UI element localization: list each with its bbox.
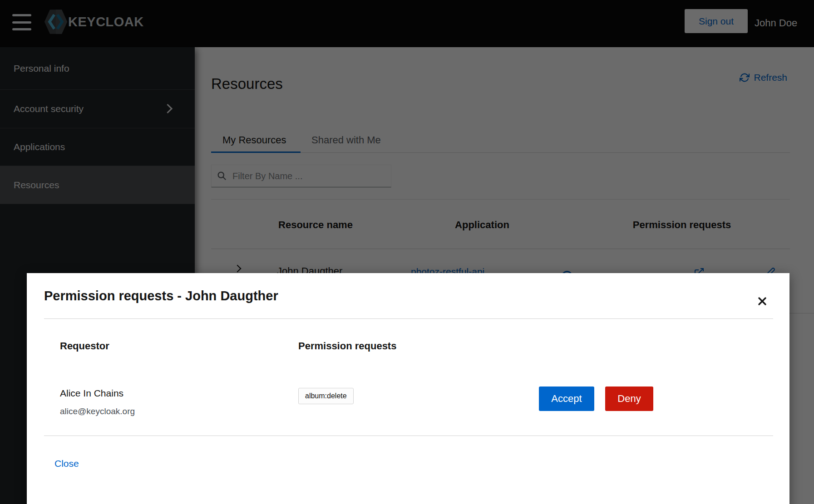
permission-requests-modal: Permission requests - John Daugther Requ… (27, 273, 789, 504)
requestor-name: Alice In Chains (60, 388, 123, 399)
accept-button[interactable]: Accept (539, 387, 594, 411)
requestor-email: alice@keycloak.org (60, 406, 135, 416)
modal-column-permission-requests: Permission requests (298, 340, 396, 352)
scope-chip: album:delete (298, 388, 354, 404)
modal-header-divider (44, 318, 773, 319)
modal-footer-divider (44, 435, 773, 436)
deny-button[interactable]: Deny (605, 387, 653, 411)
modal-title: Permission requests - John Daugther (44, 289, 278, 303)
close-x-icon (757, 296, 767, 306)
modal-close-link[interactable]: Close (54, 458, 79, 469)
keycloak-account-console: KEYCLOAK Sign out John Doe Personal info… (0, 0, 814, 504)
modal-close-button[interactable] (754, 293, 770, 309)
modal-column-requestor: Requestor (60, 340, 109, 352)
